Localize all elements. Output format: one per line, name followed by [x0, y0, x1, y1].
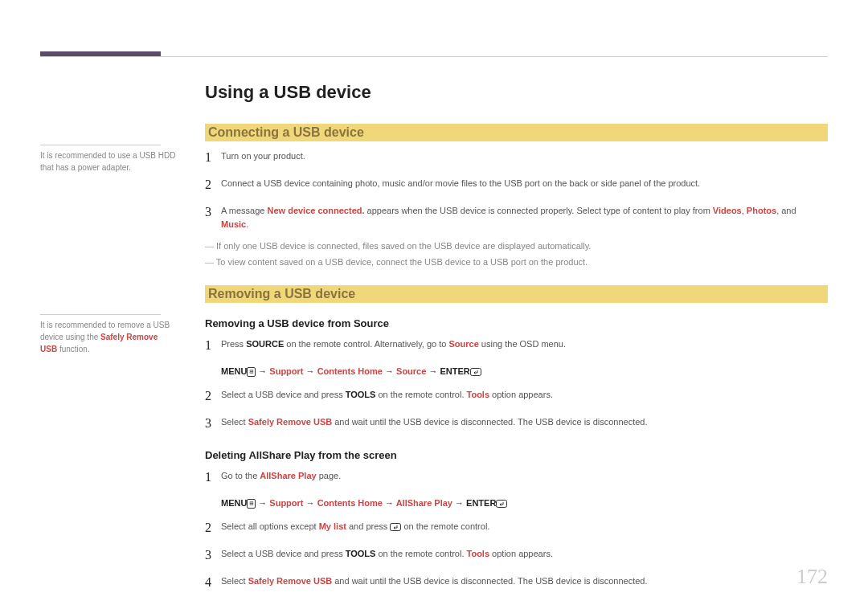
step: 1 Press SOURCE on the remote control. Al… — [205, 336, 820, 355]
text: on the remote control. Alternatively, go… — [284, 339, 448, 349]
label: ENTER — [466, 498, 496, 508]
text: , and — [776, 206, 796, 215]
text: . — [246, 219, 248, 229]
page-title: Using a USB device — [205, 82, 828, 103]
step: 3 Select Safely Remove USB and wait unti… — [205, 414, 820, 433]
side-note-hdd: It is recommended to use a USB HDD that … — [40, 149, 177, 174]
step-number: 3 — [205, 546, 221, 565]
arrow: → — [258, 498, 269, 508]
text: on the remote control. — [375, 390, 466, 399]
svg-rect-0 — [470, 368, 481, 375]
label: MENU — [221, 366, 247, 376]
step: 2 Select a USB device and press TOOLS on… — [205, 386, 820, 406]
highlight: Contents Home — [317, 498, 383, 508]
text: Select all options except — [221, 521, 319, 531]
step-number: 2 — [205, 518, 221, 537]
side-rule — [40, 145, 161, 145]
text: and press — [346, 521, 390, 531]
step-number: 2 — [205, 175, 221, 194]
text: on the remote control. — [401, 521, 489, 531]
label: MENU — [221, 498, 247, 508]
step-text: Select a USB device and press TOOLS on t… — [221, 386, 820, 402]
svg-rect-1 — [497, 500, 507, 507]
highlight: Support — [269, 498, 303, 508]
step-number: 4 — [205, 573, 221, 592]
highlight: Source — [396, 366, 426, 376]
menu-icon: ⊞ — [247, 499, 256, 509]
text: page. — [317, 471, 342, 480]
step-text: A message New device connected. appears … — [221, 202, 820, 231]
subsection-heading: Deleting AllShare Play from the screen — [205, 449, 828, 461]
highlight: Safely Remove USB — [248, 417, 333, 427]
step: 3 A message New device connected. appear… — [205, 202, 820, 231]
section-heading-removing: Removing a USB device — [205, 285, 828, 303]
step: 4 Select Safely Remove USB and wait unti… — [205, 573, 820, 592]
text: Select — [221, 417, 248, 427]
document-page: Using a USB device Connecting a USB devi… — [0, 0, 868, 613]
side-rule — [40, 314, 161, 315]
text: Select — [221, 576, 248, 586]
highlight: Contents Home — [317, 366, 383, 376]
page-number: 172 — [796, 565, 828, 589]
text: and wait until the USB device is disconn… — [332, 576, 647, 586]
step: 1 Go to the AllShare Play page. — [205, 468, 820, 487]
step-number: 1 — [205, 468, 221, 487]
section-heading-connecting: Connecting a USB device — [205, 124, 828, 141]
step-number: 1 — [205, 148, 221, 167]
step-text: Select a USB device and press TOOLS on t… — [221, 546, 820, 561]
highlight: Source — [449, 339, 479, 349]
arrow: → — [306, 366, 317, 376]
text: Select a USB device and press — [221, 390, 346, 399]
step-number: 1 — [205, 336, 221, 355]
svg-rect-2 — [391, 523, 401, 530]
step-text: Select Safely Remove USB and wait until … — [221, 414, 820, 429]
text: appears when the USB device is connected… — [365, 206, 713, 215]
text: and wait until the USB device is disconn… — [332, 417, 647, 427]
step-number: 3 — [205, 202, 221, 222]
bold: SOURCE — [246, 339, 284, 349]
text: Go to the — [221, 471, 260, 480]
text: option appears. — [489, 390, 553, 399]
enter-icon — [470, 368, 481, 376]
text: function. — [57, 345, 90, 353]
highlight: Tools — [467, 390, 490, 399]
step-text: Press SOURCE on the remote control. Alte… — [221, 336, 820, 351]
step-text: Go to the AllShare Play page. — [221, 468, 820, 483]
step-text: Turn on your product. — [221, 148, 820, 163]
highlight: Music — [221, 219, 246, 229]
menu-icon: ⊞ — [247, 367, 256, 377]
highlight: Videos — [713, 206, 742, 215]
menu-path: MENU⊞ → Support → Contents Home → Source… — [221, 366, 820, 377]
highlight: AllShare Play — [260, 471, 316, 480]
highlight: Support — [269, 366, 303, 376]
highlight: Tools — [467, 549, 490, 558]
step-text: Connect a USB device containing photo, m… — [221, 175, 820, 190]
step: 1 Turn on your product. — [205, 148, 820, 167]
highlight: New device connected. — [267, 206, 364, 215]
subsection-heading: Removing a USB device from Source — [205, 317, 828, 329]
enter-icon — [390, 523, 401, 531]
highlight: AllShare Play — [396, 498, 452, 508]
label: ENTER — [440, 366, 469, 376]
highlight: Photos — [747, 206, 776, 215]
arrow: → — [306, 498, 317, 508]
note: If only one USB device is connected, fil… — [205, 239, 820, 255]
step-number: 3 — [205, 414, 221, 433]
arrow: → — [385, 498, 396, 508]
step-text: Select all options except My list and pr… — [221, 518, 820, 533]
highlight: Safely Remove USB — [248, 576, 333, 586]
step-number: 2 — [205, 386, 221, 406]
arrow: → — [455, 498, 466, 508]
note: To view content saved on a USB device, c… — [205, 255, 820, 271]
content-area: Using a USB device Connecting a USB devi… — [40, 82, 828, 600]
step: 3 Select a USB device and press TOOLS on… — [205, 546, 820, 565]
arrow: → — [385, 366, 396, 376]
bold: TOOLS — [346, 549, 376, 558]
arrow: → — [428, 366, 440, 376]
menu-path: MENU⊞ → Support → Contents Home → AllSha… — [221, 498, 820, 509]
enter-icon — [496, 500, 507, 508]
step: 2 Connect a USB device containing photo,… — [205, 175, 820, 194]
arrow: → — [258, 366, 269, 376]
text: using the OSD menu. — [479, 339, 566, 349]
step-text: Select Safely Remove USB and wait until … — [221, 573, 820, 588]
